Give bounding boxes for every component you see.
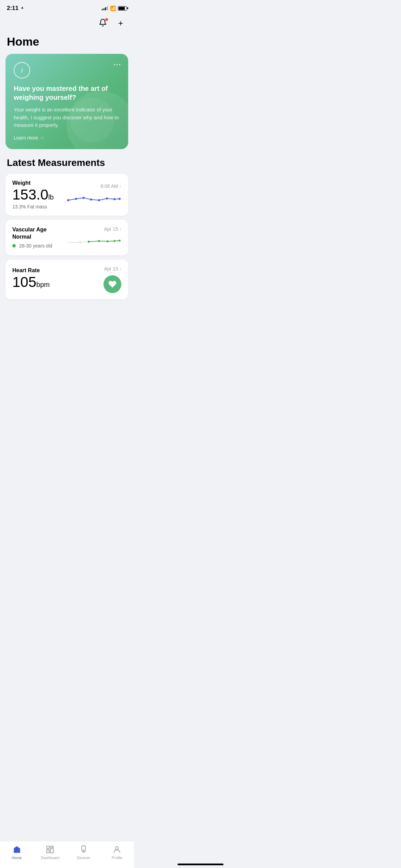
status-time: 2:11 [7, 5, 24, 12]
vascular-sub: 26-30 years old [12, 243, 60, 249]
weight-label: Weight [12, 180, 60, 186]
notification-button[interactable] [97, 17, 109, 29]
vascular-card-right: Apr 15 › [60, 226, 121, 249]
status-bar: 2:11 📶 [0, 0, 134, 14]
battery-fill [119, 7, 125, 10]
svg-point-7 [119, 198, 121, 200]
svg-point-13 [119, 240, 121, 242]
weight-sub: 13.3% Fat mass [12, 204, 60, 209]
svg-point-2 [83, 197, 85, 199]
green-status-dot [12, 244, 16, 248]
header: + [0, 14, 134, 32]
heart-rate-time: Apr 15 › [104, 266, 121, 272]
weight-card-right: 8:08 AM › [60, 183, 121, 206]
svg-point-10 [98, 240, 100, 242]
svg-point-6 [113, 198, 116, 200]
svg-point-8 [79, 241, 81, 243]
heart-rate-label: Heart Rate [12, 267, 60, 274]
weight-card[interactable]: Weight 153.0lb 13.3% Fat mass 8:08 AM › [5, 174, 128, 216]
heart-card-left: Heart Rate 105bpm [12, 267, 60, 291]
heart-card-right: Apr 15 › [60, 266, 121, 293]
weight-time: 8:08 AM › [100, 183, 121, 189]
notification-dot [105, 18, 108, 21]
vascular-chevron: › [120, 226, 121, 232]
svg-point-5 [106, 197, 108, 200]
heart-rate-card[interactable]: Heart Rate 105bpm Apr 15 › [5, 260, 128, 299]
weight-value: 153.0lb [12, 188, 60, 202]
vascular-time: Apr 15 › [104, 226, 121, 232]
card-menu-dots[interactable]: ··· [113, 61, 121, 69]
svg-point-3 [90, 198, 92, 201]
heart-rate-value: 105bpm [12, 275, 60, 289]
svg-point-12 [113, 240, 116, 242]
info-card[interactable]: ··· i Have you mastered the art of weigh… [5, 54, 128, 149]
weight-chart [66, 193, 121, 206]
signal-bars [102, 6, 108, 10]
weight-unit: lb [48, 193, 54, 201]
card-description: Your weight is an excellent indicator of… [14, 106, 120, 129]
weight-chevron: › [120, 183, 121, 189]
wifi-icon: 📶 [110, 5, 116, 11]
measurements-section-title: Latest Measurements [0, 157, 134, 174]
location-icon [20, 6, 24, 10]
vascular-age-card[interactable]: Vascular AgeNormal 26-30 years old Apr 1… [5, 220, 128, 255]
page-title: Home [0, 32, 134, 54]
time-display: 2:11 [7, 5, 19, 12]
heart-rate-chevron: › [120, 266, 121, 272]
learn-more-link[interactable]: Learn more → [14, 135, 44, 141]
vascular-label: Vascular AgeNormal [12, 226, 60, 241]
add-button[interactable]: + [114, 17, 127, 29]
svg-point-1 [75, 198, 77, 200]
vascular-chart [66, 236, 121, 249]
status-icons: 📶 [102, 5, 127, 11]
card-title: Have you mastered the art of weighing yo… [14, 84, 120, 102]
svg-point-0 [67, 199, 69, 201]
svg-point-4 [98, 199, 100, 201]
vascular-card-left: Vascular AgeNormal 26-30 years old [12, 226, 60, 249]
svg-point-11 [107, 240, 109, 242]
heart-icon [104, 275, 121, 293]
weight-card-left: Weight 153.0lb 13.3% Fat mass [12, 180, 60, 209]
svg-point-9 [88, 241, 90, 243]
info-icon: i [14, 62, 30, 79]
battery-icon [118, 6, 127, 11]
heart-rate-unit: bpm [36, 281, 50, 288]
